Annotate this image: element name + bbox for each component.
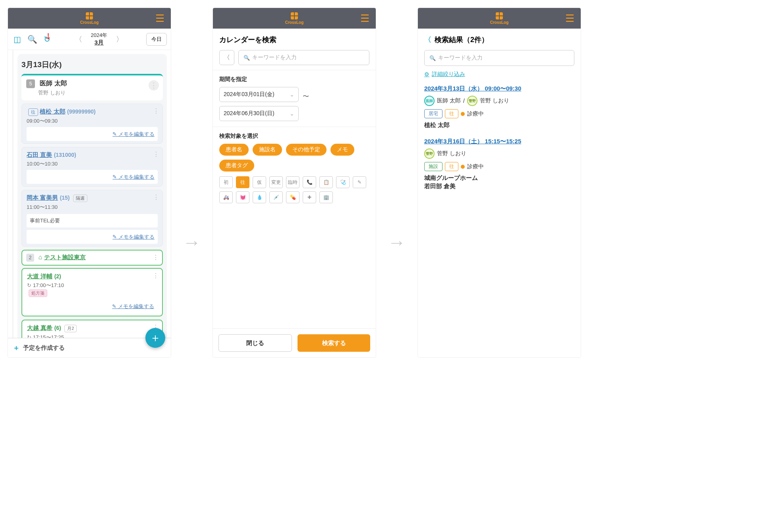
patient-link[interactable]: 大越 真希 (27, 324, 52, 331)
apt-time: ↻17:15〜17:25 (27, 334, 157, 338)
facility-card[interactable]: ⋮ 2 ⌂ テスト施設東京 (21, 250, 163, 266)
result-patient: 城南グループホーム (424, 174, 574, 182)
advanced-filter-link[interactable]: ⚙ 詳細絞り込み (424, 71, 574, 78)
filter-icon-box[interactable]: 🚑 (219, 191, 233, 203)
doctor-card: 5 医師 太郎 菅野 しおり ⋮ (21, 74, 163, 100)
status-dot (461, 112, 465, 116)
brand-logo: CrossLog (80, 12, 99, 25)
appointment-card[interactable]: ⋮ 石田 直美 (131000) 10:00〜10:30 ✎ メモを編集する (21, 147, 163, 187)
sidebar-toggle-icon[interactable]: ◫ (12, 33, 23, 46)
calendar-toolbar: ◫ 🔍 ↻ 〈 2024年 3月 〉 今日 (8, 29, 171, 50)
facility-link[interactable]: テスト施設東京 (44, 254, 86, 260)
patient-id: (131000) (54, 152, 76, 158)
search-button[interactable]: 検索する (298, 334, 370, 352)
apt-menu-icon[interactable]: ⋮ (153, 107, 159, 115)
result-pill: 居宅 (424, 109, 442, 118)
appointment-card[interactable]: ⋮ 大越 真希 (6) 月2 ↻17:15〜17:25 (21, 320, 163, 338)
search-input[interactable]: キーワードを入力 (238, 50, 369, 65)
filter-icon-box[interactable]: 変更 (269, 176, 283, 188)
date-from-select[interactable]: 2024年03月01日(金)⌄ (219, 87, 299, 102)
result-date-link[interactable]: 2024年3月13日（水） 09:00〜09:30 (424, 85, 574, 93)
edit-memo-link[interactable]: ✎ メモを編集する (112, 234, 155, 240)
facility-count-badge: 2 (26, 254, 34, 262)
status-text: 診療中 (467, 163, 484, 170)
result-date-link[interactable]: 2024年3月16日（土） 15:15〜15:25 (424, 138, 574, 145)
edit-memo-link[interactable]: ✎ メモを編集する (112, 303, 154, 309)
filter-icon-box[interactable]: 臨時 (286, 176, 299, 188)
filter-icon-box[interactable]: 🏢 (319, 191, 333, 203)
edit-memo-link[interactable]: ✎ メモを編集する (112, 131, 155, 137)
filter-icon-box[interactable]: 📋 (319, 176, 333, 188)
patient-id: (6) (54, 325, 61, 331)
target-tag[interactable]: 患者名 (219, 144, 249, 156)
menu-icon[interactable]: ☰ (155, 12, 164, 25)
appointment-card[interactable]: ⋮ 大道 洋輔 (2) ↻17:00〜17:10 処方箋 ✎ メモを編集する (21, 268, 163, 316)
day-title: 3月13日(水) (21, 60, 163, 70)
doctor-sub: 菅野 しおり (38, 89, 158, 96)
target-tag[interactable]: その他予定 (286, 144, 327, 156)
patient-link[interactable]: 石田 直美 (27, 151, 52, 158)
visit-type-chip: 往 (28, 108, 38, 116)
brand-logo: CrossLog (285, 12, 304, 25)
chevron-down-icon: ⌄ (290, 110, 294, 117)
appointment-card[interactable]: ⋮ 往 植松 太郎 (99999990) 09:00〜09:30 ✎ メモを編集… (21, 104, 163, 144)
filter-icon-box[interactable]: ✎ (353, 176, 366, 188)
patient-link[interactable]: 大道 洋輔 (27, 273, 52, 279)
topbar: CrossLog ☰ (213, 8, 376, 29)
apt-menu-icon[interactable]: ⋮ (153, 193, 159, 201)
month-label[interactable]: 2024年 3月 (91, 32, 108, 46)
apt-time: ↻17:00〜17:10 (27, 282, 157, 289)
filter-icon-box[interactable]: 💊 (286, 191, 299, 203)
doctor-menu-icon[interactable]: ⋮ (149, 80, 159, 91)
topbar: CrossLog ☰ (418, 8, 581, 29)
search-input[interactable]: キーワードを入力 (424, 50, 574, 66)
target-tag[interactable]: 患者タグ (219, 160, 254, 172)
fab-add-button[interactable]: ＋ (145, 328, 165, 348)
status-dot (461, 165, 465, 169)
target-label: 検索対象を選択 (219, 133, 369, 140)
target-tags: 患者名施設名その他予定メモ患者タグ (219, 144, 369, 172)
close-button[interactable]: 閉じる (218, 334, 292, 352)
patient-link[interactable]: 植松 太郎 (40, 108, 65, 115)
staff-badge: 医師 (424, 96, 435, 106)
prev-month-button[interactable]: 〈 (72, 33, 85, 46)
filter-icon: ⚙ (424, 71, 429, 77)
target-tag[interactable]: 施設名 (253, 144, 282, 156)
brand-logo: CrossLog (490, 12, 509, 25)
frequency-chip: 隔週 (73, 195, 87, 202)
staff-badge: 菅野 (467, 96, 477, 106)
apt-menu-icon[interactable]: ⋮ (153, 150, 159, 158)
back-chevron-icon[interactable]: 〈 (424, 35, 431, 44)
doctor-name: 医師 太郎 (40, 80, 67, 87)
page-title: 検索結果（2件） (435, 35, 489, 44)
patient-link[interactable]: 岡本 富美男 (27, 194, 58, 201)
filter-icon-box[interactable]: 💧 (253, 191, 266, 203)
edit-memo-link[interactable]: ✎ メモを編集する (112, 174, 155, 180)
next-month-button[interactable]: 〉 (113, 33, 126, 46)
plus-icon: ＋ (13, 343, 20, 353)
date-to-select[interactable]: 2024年06月30日(日)⌄ (219, 106, 299, 121)
filter-icon-box[interactable]: 💓 (236, 191, 249, 203)
search-icon[interactable]: 🔍 (26, 33, 39, 46)
today-button[interactable]: 今日 (146, 33, 167, 46)
chevron-down-icon: ⌄ (290, 91, 294, 98)
back-button[interactable]: 〈 (219, 50, 234, 65)
patient-id: (15) (60, 195, 70, 201)
filter-icon-box[interactable]: 💉 (269, 191, 283, 203)
filter-icon-box[interactable]: 初 (219, 176, 233, 188)
target-tag[interactable]: メモ (330, 144, 354, 156)
result-pill: 往 (445, 162, 458, 171)
menu-icon[interactable]: ☰ (360, 12, 369, 25)
apt-time: 10:00〜10:30 (27, 160, 158, 168)
filter-icon-box[interactable]: 🩺 (336, 176, 350, 188)
apt-menu-icon[interactable]: ⋮ (153, 272, 159, 279)
filter-icon-box[interactable]: ✚ (303, 191, 316, 203)
filter-icon-box[interactable]: 📞 (303, 176, 316, 188)
filter-icon-box[interactable]: 仮 (253, 176, 266, 188)
prescription-chip: 処方箋 (29, 289, 47, 297)
screen-calendar-day: CrossLog ☰ ➘ ◫ 🔍 ↻ 〈 2024年 3月 〉 今日 3月13日… (8, 8, 171, 357)
facility-menu-icon[interactable]: ⋮ (153, 254, 159, 261)
appointment-card[interactable]: ⋮ 岡本 富美男 (15) 隔週 11:00〜11:30 事前TEL必要 ✎ メ… (21, 190, 163, 247)
filter-icon-box[interactable]: 往 (236, 176, 249, 188)
menu-icon[interactable]: ☰ (565, 12, 574, 25)
